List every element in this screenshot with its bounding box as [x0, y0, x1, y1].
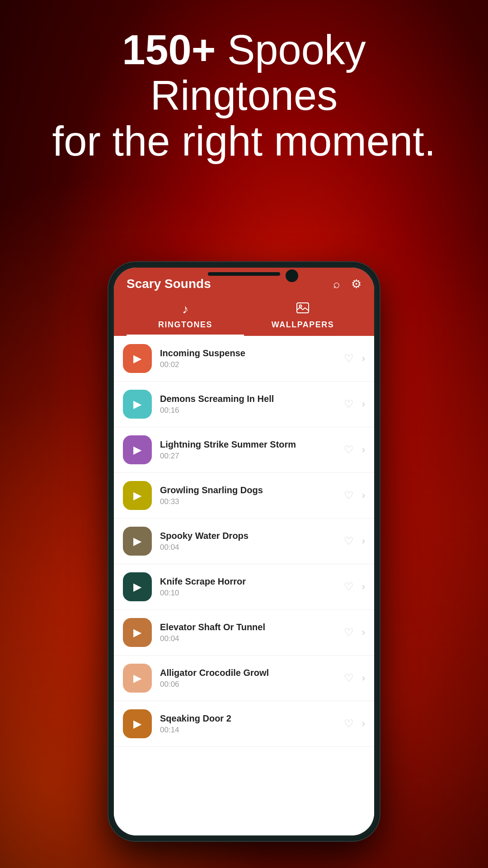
ringtone-actions-5: ♡ ›	[344, 535, 365, 547]
ringtone-info-1: Incoming Suspense 00:02	[160, 348, 336, 369]
ringtone-duration-5: 00:04	[160, 543, 336, 552]
chevron-icon-8[interactable]: ›	[362, 672, 365, 684]
play-button-9[interactable]: ▶	[123, 709, 152, 738]
chevron-icon-6[interactable]: ›	[362, 581, 365, 593]
ringtone-actions-8: ♡ ›	[344, 672, 365, 684]
ringtone-name-8: Alligator Crocodile Growl	[160, 668, 336, 678]
chevron-icon-7[interactable]: ›	[362, 627, 365, 638]
chevron-icon-2[interactable]: ›	[362, 398, 365, 410]
tab-wallpapers[interactable]: WALLPAPERS	[244, 302, 361, 336]
ringtone-actions-9: ♡ ›	[344, 717, 365, 730]
chevron-icon-1[interactable]: ›	[362, 353, 365, 364]
ringtone-actions-1: ♡ ›	[344, 352, 365, 365]
chevron-icon-9[interactable]: ›	[362, 718, 365, 730]
ringtone-name-6: Knife Scrape Horror	[160, 576, 336, 587]
search-icon[interactable]: ⌕	[333, 277, 340, 291]
play-button-8[interactable]: ▶	[123, 664, 152, 693]
ringtone-info-9: Sqeaking Door 2 00:14	[160, 713, 336, 735]
tab-ringtones[interactable]: ♪ RINGTONES	[127, 302, 244, 336]
hero-line2: for the right moment.	[52, 118, 436, 164]
ringtone-name-5: Spooky Water Drops	[160, 531, 336, 541]
play-icon-1: ▶	[133, 352, 141, 365]
ringtone-duration-6: 00:10	[160, 589, 336, 598]
wallpapers-tab-label: WALLPAPERS	[272, 320, 334, 330]
play-button-3[interactable]: ▶	[123, 435, 152, 464]
ringtone-duration-3: 00:27	[160, 452, 336, 461]
play-button-6[interactable]: ▶	[123, 572, 152, 601]
favorite-icon-8[interactable]: ♡	[344, 672, 354, 684]
hero-bold-text: 150+	[122, 27, 216, 73]
favorite-icon-6[interactable]: ♡	[344, 580, 354, 593]
ringtones-tab-label: RINGTONES	[158, 320, 212, 330]
play-button-7[interactable]: ▶	[123, 618, 152, 647]
app-title: Scary Sounds	[127, 277, 211, 291]
wallpapers-tab-icon	[296, 302, 309, 316]
ringtone-name-7: Elevator Shaft Or Tunnel	[160, 622, 336, 632]
ringtone-duration-4: 00:33	[160, 497, 336, 506]
play-icon-9: ▶	[133, 717, 141, 730]
tabs: ♪ RINGTONES WALLPAPERS	[127, 302, 361, 336]
chevron-icon-5[interactable]: ›	[362, 535, 365, 547]
play-icon-6: ▶	[133, 580, 141, 593]
ringtone-info-7: Elevator Shaft Or Tunnel 00:04	[160, 622, 336, 643]
settings-icon[interactable]: ⚙	[351, 277, 361, 291]
list-item: ▶ Alligator Crocodile Growl 00:06 ♡ ›	[114, 656, 374, 701]
favorite-icon-2[interactable]: ♡	[344, 398, 354, 410]
ringtone-duration-1: 00:02	[160, 360, 336, 369]
list-item: ▶ Growling Snarling Dogs 00:33 ♡ ›	[114, 473, 374, 519]
header-icons: ⌕ ⚙	[333, 277, 361, 291]
favorite-icon-1[interactable]: ♡	[344, 352, 354, 365]
ringtone-name-9: Sqeaking Door 2	[160, 713, 336, 724]
ringtone-duration-7: 00:04	[160, 634, 336, 643]
ringtone-actions-2: ♡ ›	[344, 398, 365, 410]
svg-point-1	[300, 305, 302, 307]
favorite-icon-9[interactable]: ♡	[344, 717, 354, 730]
ringtone-name-1: Incoming Suspense	[160, 348, 336, 359]
play-icon-2: ▶	[133, 398, 141, 410]
list-item: ▶ Spooky Water Drops 00:04 ♡ ›	[114, 519, 374, 564]
phone-inner: Scary Sounds ⌕ ⚙ ♪ RINGTONES	[114, 268, 374, 835]
favorite-icon-7[interactable]: ♡	[344, 626, 354, 639]
play-button-4[interactable]: ▶	[123, 481, 152, 510]
ringtone-duration-8: 00:06	[160, 680, 336, 689]
chevron-icon-4[interactable]: ›	[362, 490, 365, 501]
app-header: Scary Sounds ⌕ ⚙ ♪ RINGTONES	[114, 268, 374, 336]
phone-outer: Scary Sounds ⌕ ⚙ ♪ RINGTONES	[108, 262, 380, 841]
ringtone-info-2: Demons Screaming In Hell 00:16	[160, 394, 336, 415]
ringtone-name-3: Lightning Strike Summer Storm	[160, 439, 336, 450]
ringtone-info-5: Spooky Water Drops 00:04	[160, 531, 336, 552]
phone-camera	[286, 269, 298, 282]
favorite-icon-5[interactable]: ♡	[344, 535, 354, 547]
chevron-icon-3[interactable]: ›	[362, 444, 365, 456]
play-icon-3: ▶	[133, 443, 141, 456]
play-button-2[interactable]: ▶	[123, 390, 152, 419]
hero-section: 150+ Spooky Ringtones for the right mome…	[0, 27, 488, 165]
ringtone-duration-9: 00:14	[160, 726, 336, 735]
play-icon-5: ▶	[133, 535, 141, 547]
list-item: ▶ Knife Scrape Horror 00:10 ♡ ›	[114, 564, 374, 610]
ringtone-duration-2: 00:16	[160, 406, 336, 415]
ringtones-list: ▶ Incoming Suspense 00:02 ♡ › ▶	[114, 336, 374, 835]
ringtone-info-8: Alligator Crocodile Growl 00:06	[160, 668, 336, 689]
play-icon-4: ▶	[133, 489, 141, 502]
hero-heading: 150+ Spooky Ringtones for the right mome…	[27, 27, 461, 165]
play-button-5[interactable]: ▶	[123, 527, 152, 556]
phone-frame: Scary Sounds ⌕ ⚙ ♪ RINGTONES	[108, 262, 380, 841]
ringtone-info-4: Growling Snarling Dogs 00:33	[160, 485, 336, 506]
app-header-top: Scary Sounds ⌕ ⚙	[127, 277, 361, 291]
ringtone-actions-3: ♡ ›	[344, 443, 365, 456]
play-icon-7: ▶	[133, 626, 141, 639]
favorite-icon-3[interactable]: ♡	[344, 443, 354, 456]
list-item: ▶ Demons Screaming In Hell 00:16 ♡ ›	[114, 382, 374, 427]
play-icon-8: ▶	[133, 672, 141, 684]
play-button-1[interactable]: ▶	[123, 344, 152, 373]
ringtone-actions-4: ♡ ›	[344, 489, 365, 502]
list-item: ▶ Sqeaking Door 2 00:14 ♡ ›	[114, 701, 374, 747]
ringtone-info-6: Knife Scrape Horror 00:10	[160, 576, 336, 598]
list-item: ▶ Elevator Shaft Or Tunnel 00:04 ♡ ›	[114, 610, 374, 656]
ringtone-actions-7: ♡ ›	[344, 626, 365, 639]
list-item: ▶ Incoming Suspense 00:02 ♡ ›	[114, 336, 374, 382]
ringtones-tab-icon: ♪	[182, 302, 188, 316]
svg-rect-0	[297, 303, 309, 313]
favorite-icon-4[interactable]: ♡	[344, 489, 354, 502]
